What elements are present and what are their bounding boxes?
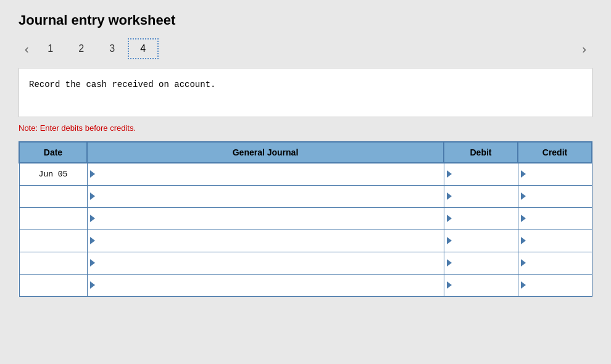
tab-3[interactable]: 3: [97, 39, 128, 58]
credit-input[interactable]: [528, 230, 592, 252]
journal-table: Date General Journal Debit Credit Jun 05: [19, 141, 592, 297]
arrow-indicator: [447, 281, 452, 289]
page-title: Journal entry worksheet: [19, 12, 592, 28]
debit-cell[interactable]: [444, 163, 518, 185]
arrow-indicator: [447, 215, 452, 222]
journal-input[interactable]: [98, 163, 444, 185]
credit-input[interactable]: [528, 275, 592, 296]
debit-input[interactable]: [454, 252, 518, 274]
arrow-indicator: [521, 237, 526, 244]
debit-input[interactable]: [454, 275, 518, 296]
tab-2[interactable]: 2: [66, 39, 97, 58]
credit-cell[interactable]: [518, 252, 592, 274]
instruction-text: Record the cash received on account.: [29, 80, 215, 89]
date-cell: [19, 230, 87, 252]
journal-input[interactable]: [98, 252, 444, 274]
instruction-box: Record the cash received on account.: [19, 68, 592, 117]
table-row: [19, 207, 592, 230]
table-row: [19, 274, 592, 296]
credit-input[interactable]: [528, 252, 592, 274]
debit-cell[interactable]: [444, 185, 518, 207]
debit-cell[interactable]: [444, 252, 518, 274]
arrow-indicator: [90, 170, 95, 178]
credit-input[interactable]: [528, 208, 592, 230]
debit-input[interactable]: [454, 163, 518, 185]
arrow-indicator: [521, 192, 526, 200]
arrow-indicator: [521, 215, 526, 222]
date-cell: [19, 207, 87, 230]
date-cell: [19, 274, 87, 296]
header-debit: Debit: [444, 142, 518, 163]
journal-input[interactable]: [98, 275, 444, 296]
debit-cell[interactable]: [444, 274, 518, 296]
prev-arrow[interactable]: ‹: [19, 39, 35, 59]
arrow-indicator: [521, 259, 526, 267]
debit-input[interactable]: [454, 208, 518, 230]
tab-numbers: 1 2 3 4: [35, 38, 576, 59]
arrow-indicator: [90, 259, 95, 267]
arrow-indicator: [447, 237, 452, 244]
arrow-indicator: [90, 215, 95, 222]
arrow-indicator: [90, 281, 95, 289]
arrow-indicator: [90, 237, 95, 244]
arrow-indicator: [447, 170, 452, 178]
journal-cell[interactable]: [87, 274, 444, 296]
journal-input[interactable]: [98, 230, 444, 252]
header-general-journal: General Journal: [87, 142, 444, 163]
arrow-indicator: [447, 192, 452, 200]
tab-1[interactable]: 1: [35, 39, 66, 58]
credit-cell[interactable]: [518, 163, 592, 185]
debit-cell[interactable]: [444, 207, 518, 230]
journal-input[interactable]: [98, 186, 444, 207]
credit-cell[interactable]: [518, 185, 592, 207]
arrow-indicator: [521, 281, 526, 289]
debit-cell[interactable]: [444, 230, 518, 252]
journal-cell[interactable]: [87, 207, 444, 230]
credit-cell[interactable]: [518, 207, 592, 230]
credit-input[interactable]: [528, 186, 592, 207]
header-credit: Credit: [518, 142, 592, 163]
arrow-indicator: [521, 170, 526, 178]
journal-cell[interactable]: [87, 230, 444, 252]
journal-input[interactable]: [98, 208, 444, 230]
journal-cell[interactable]: [87, 163, 444, 185]
table-row: [19, 252, 592, 274]
header-date: Date: [19, 142, 87, 163]
date-cell: [19, 252, 87, 274]
arrow-indicator: [90, 192, 95, 200]
date-cell: [19, 185, 87, 207]
tab-4[interactable]: 4: [128, 38, 159, 59]
debit-input[interactable]: [454, 230, 518, 252]
journal-cell[interactable]: [87, 252, 444, 274]
credit-cell[interactable]: [518, 230, 592, 252]
note-text: Note: Enter debits before credits.: [19, 123, 592, 133]
table-row: [19, 230, 592, 252]
journal-cell[interactable]: [87, 185, 444, 207]
table-row: Jun 05: [19, 163, 592, 185]
date-cell: Jun 05: [19, 163, 87, 185]
navigation-bar: ‹ 1 2 3 4 ›: [19, 38, 592, 59]
table-row: [19, 185, 592, 207]
debit-input[interactable]: [454, 186, 518, 207]
credit-cell[interactable]: [518, 274, 592, 296]
next-arrow[interactable]: ›: [576, 39, 592, 59]
arrow-indicator: [447, 259, 452, 267]
credit-input[interactable]: [528, 163, 592, 185]
